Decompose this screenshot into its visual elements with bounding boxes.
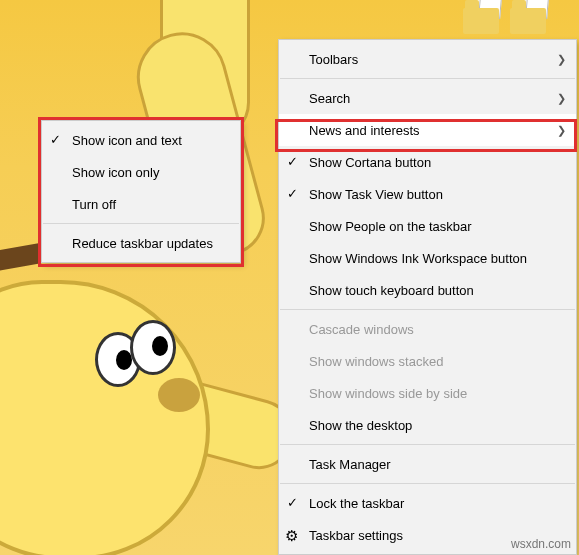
chevron-right-icon: ❯	[557, 92, 566, 105]
taskbar-context-menu: Toolbars ❯ Search ❯ News and interests ❯…	[278, 39, 577, 555]
checkmark-icon	[287, 186, 301, 200]
menu-label: Search	[309, 91, 350, 106]
menu-lock-taskbar[interactable]: Lock the taskbar	[279, 487, 576, 519]
menu-toolbars[interactable]: Toolbars ❯	[279, 43, 576, 75]
menu-label: Taskbar settings	[309, 528, 403, 543]
menu-label: Show People on the taskbar	[309, 219, 472, 234]
checkmark-icon	[50, 132, 64, 146]
menu-show-stacked: Show windows stacked	[279, 345, 576, 377]
menu-label: Cascade windows	[309, 322, 414, 337]
submenu-reduce-taskbar-updates[interactable]: Reduce taskbar updates	[42, 227, 240, 259]
menu-label: Show the desktop	[309, 418, 412, 433]
menu-label: Show icon only	[72, 165, 159, 180]
menu-label: Show windows stacked	[309, 354, 443, 369]
chevron-right-icon: ❯	[557, 124, 566, 137]
menu-label: Show windows side by side	[309, 386, 467, 401]
menu-show-cortana[interactable]: Show Cortana button	[279, 146, 576, 178]
checkmark-icon	[287, 495, 301, 509]
menu-separator	[280, 444, 575, 445]
menu-label: Show touch keyboard button	[309, 283, 474, 298]
bg-nose	[158, 378, 200, 412]
menu-label: Show Cortana button	[309, 155, 431, 170]
menu-label: Show icon and text	[72, 133, 182, 148]
menu-label: Lock the taskbar	[309, 496, 404, 511]
submenu-show-icon-and-text[interactable]: Show icon and text	[42, 124, 240, 156]
menu-separator	[280, 309, 575, 310]
menu-separator	[43, 223, 239, 224]
bg-head	[0, 280, 210, 555]
news-interests-submenu: Show icon and text Show icon only Turn o…	[41, 120, 241, 263]
menu-show-touch-keyboard[interactable]: Show touch keyboard button	[279, 274, 576, 306]
watermark-text: wsxdn.com	[511, 537, 571, 551]
submenu-turn-off[interactable]: Turn off	[42, 188, 240, 220]
menu-separator	[280, 78, 575, 79]
gear-icon: ⚙	[285, 527, 298, 545]
menu-show-ink-workspace[interactable]: Show Windows Ink Workspace button	[279, 242, 576, 274]
menu-task-manager[interactable]: Task Manager	[279, 448, 576, 480]
menu-separator	[280, 483, 575, 484]
menu-show-people[interactable]: Show People on the taskbar	[279, 210, 576, 242]
menu-label: Toolbars	[309, 52, 358, 67]
menu-label: Task Manager	[309, 457, 391, 472]
menu-label: Turn off	[72, 197, 116, 212]
chevron-right-icon: ❯	[557, 53, 566, 66]
menu-show-task-view[interactable]: Show Task View button	[279, 178, 576, 210]
menu-label: Reduce taskbar updates	[72, 236, 213, 251]
submenu-show-icon-only[interactable]: Show icon only	[42, 156, 240, 188]
menu-news-and-interests[interactable]: News and interests ❯	[279, 114, 576, 146]
desktop-folder-icon[interactable]	[510, 4, 546, 34]
bg-pupil	[152, 336, 168, 356]
menu-show-desktop[interactable]: Show the desktop	[279, 409, 576, 441]
menu-show-side-by-side: Show windows side by side	[279, 377, 576, 409]
desktop-folder-icon[interactable]	[463, 4, 499, 34]
menu-label: Show Windows Ink Workspace button	[309, 251, 527, 266]
menu-label: News and interests	[309, 123, 420, 138]
menu-cascade-windows: Cascade windows	[279, 313, 576, 345]
menu-search[interactable]: Search ❯	[279, 82, 576, 114]
checkmark-icon	[287, 154, 301, 168]
bg-pupil	[116, 350, 132, 370]
menu-label: Show Task View button	[309, 187, 443, 202]
